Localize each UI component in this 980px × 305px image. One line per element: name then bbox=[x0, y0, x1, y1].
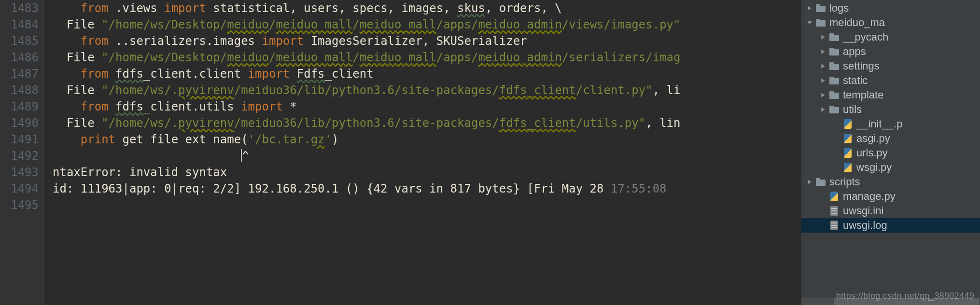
line-number-gutter: 1483148414851486148714881489149014911492… bbox=[0, 0, 43, 305]
chevron-down-icon[interactable] bbox=[806, 19, 813, 26]
folder-icon bbox=[816, 177, 826, 187]
svg-rect-13 bbox=[829, 91, 834, 94]
line-number: 1488 bbox=[0, 82, 39, 98]
code-line[interactable]: ntaxError: invalid syntax bbox=[53, 164, 801, 180]
python-file-icon bbox=[843, 119, 853, 129]
folder-icon bbox=[829, 90, 839, 100]
folder-icon bbox=[816, 18, 826, 28]
tree-file[interactable]: __init__.p bbox=[806, 117, 980, 131]
chevron-right-icon[interactable] bbox=[820, 92, 826, 98]
code-area[interactable]: from .views import statistical, users, s… bbox=[53, 0, 801, 305]
svg-rect-15 bbox=[829, 106, 834, 108]
line-number: 1491 bbox=[0, 131, 39, 148]
tree-item-label: static bbox=[843, 74, 868, 87]
tree-folder[interactable]: static bbox=[806, 73, 980, 88]
tree-folder[interactable]: template bbox=[806, 88, 980, 102]
chevron-right-icon[interactable] bbox=[820, 48, 826, 55]
code-line[interactable]: File "/home/ws/Desktop/meiduo/meiduo_mal… bbox=[53, 16, 801, 33]
folder-icon bbox=[829, 47, 839, 56]
gutter-separator bbox=[43, 0, 53, 305]
chevron-right-icon[interactable] bbox=[820, 77, 826, 84]
python-file-icon bbox=[843, 163, 853, 172]
line-number: 1493 bbox=[0, 164, 39, 180]
line-number: 1487 bbox=[0, 66, 39, 82]
svg-rect-7 bbox=[829, 48, 834, 50]
svg-rect-9 bbox=[829, 62, 834, 65]
project-tree[interactable]: logsmeiduo_ma__pycachappssettingsstatict… bbox=[801, 0, 980, 233]
text-file-icon bbox=[829, 206, 839, 216]
tree-item-label: asgi.py bbox=[856, 132, 890, 145]
tree-file[interactable]: manage.py bbox=[806, 189, 980, 204]
svg-rect-17 bbox=[816, 178, 820, 180]
tree-folder[interactable]: settings bbox=[806, 59, 980, 73]
code-line[interactable] bbox=[53, 197, 801, 213]
tree-item-label: wsgi.py bbox=[856, 161, 892, 174]
tree-folder[interactable]: __pycach bbox=[806, 30, 980, 44]
tree-item-label: meiduo_ma bbox=[829, 16, 885, 29]
line-number: 1490 bbox=[0, 115, 39, 131]
tree-file[interactable]: wsgi.py bbox=[806, 160, 980, 175]
line-number: 1483 bbox=[0, 0, 39, 16]
code-line[interactable]: from fdfs_client.client import Fdfs_clie… bbox=[53, 66, 801, 82]
tree-folder[interactable]: meiduo_ma bbox=[806, 15, 980, 30]
chevron-right-icon[interactable] bbox=[806, 179, 813, 185]
python-file-icon bbox=[843, 148, 853, 158]
project-tree-panel[interactable]: logsmeiduo_ma__pycachappssettingsstatict… bbox=[801, 0, 980, 305]
folder-icon bbox=[816, 3, 826, 13]
tree-item-label: __pycach bbox=[843, 31, 888, 43]
tree-file[interactable]: uwsgi.log bbox=[801, 218, 980, 233]
tree-file[interactable]: urls.py bbox=[806, 146, 980, 160]
tree-item-label: uwsgi.ini bbox=[843, 205, 883, 217]
code-line[interactable]: File "/home/ws/.pyvirenv/meiduo36/lib/py… bbox=[53, 82, 801, 98]
line-number: 1494 bbox=[0, 180, 39, 197]
tree-file[interactable]: uwsgi.ini bbox=[806, 204, 980, 218]
code-line[interactable]: ^ bbox=[53, 148, 801, 164]
line-number: 1484 bbox=[0, 16, 39, 33]
python-file-icon bbox=[843, 134, 853, 143]
chevron-right-icon[interactable] bbox=[820, 34, 826, 41]
folder-icon bbox=[829, 76, 839, 85]
folder-icon bbox=[829, 61, 839, 71]
tree-item-label: settings bbox=[843, 60, 880, 72]
tree-item-label: utils bbox=[843, 103, 862, 116]
code-line[interactable]: from ..serializers.images import ImagesS… bbox=[53, 33, 801, 49]
tree-item-label: urls.py bbox=[856, 147, 888, 159]
line-number: 1485 bbox=[0, 33, 39, 49]
chevron-right-icon[interactable] bbox=[820, 106, 826, 113]
ide-root: 1483148414851486148714881489149014911492… bbox=[0, 0, 980, 305]
tree-folder[interactable]: apps bbox=[806, 44, 980, 59]
tree-item-label: scripts bbox=[829, 176, 860, 188]
tree-folder[interactable]: logs bbox=[806, 1, 980, 15]
code-line[interactable]: print get_file_ext_name('/bc.tar.gz') bbox=[53, 131, 801, 148]
tree-item-label: uwsgi.log bbox=[843, 219, 887, 232]
watermark-text: https://blog.csdn.net/qq_38902449 bbox=[836, 291, 974, 301]
chevron-right-icon[interactable] bbox=[806, 5, 813, 12]
svg-rect-3 bbox=[816, 19, 820, 21]
python-file-icon bbox=[829, 192, 839, 201]
tree-file[interactable]: asgi.py bbox=[806, 131, 980, 146]
line-number: 1492 bbox=[0, 148, 39, 164]
text-file-icon bbox=[829, 221, 839, 230]
tree-item-label: apps bbox=[843, 45, 866, 58]
tree-item-label: __init__.p bbox=[856, 118, 902, 130]
folder-icon bbox=[829, 32, 839, 42]
chevron-right-icon[interactable] bbox=[820, 63, 826, 69]
code-line[interactable]: File "/home/ws/Desktop/meiduo/meiduo_mal… bbox=[53, 49, 801, 66]
tree-item-label: logs bbox=[829, 2, 849, 14]
folder-icon bbox=[829, 105, 839, 114]
line-number: 1495 bbox=[0, 197, 39, 213]
svg-rect-11 bbox=[829, 77, 834, 79]
line-number: 1486 bbox=[0, 49, 39, 66]
code-line[interactable]: File "/home/ws/.pyvirenv/meiduo36/lib/py… bbox=[53, 115, 801, 131]
code-line[interactable]: id: 111963|app: 0|req: 2/2] 192.168.250.… bbox=[53, 180, 801, 197]
code-line[interactable]: from fdfs_client.utils import * bbox=[53, 98, 801, 115]
line-number: 1489 bbox=[0, 98, 39, 115]
tree-item-label: template bbox=[843, 89, 883, 101]
code-line[interactable]: from .views import statistical, users, s… bbox=[53, 0, 801, 16]
tree-folder[interactable]: scripts bbox=[806, 175, 980, 189]
svg-rect-5 bbox=[829, 33, 834, 36]
svg-rect-1 bbox=[816, 4, 820, 7]
tree-folder[interactable]: utils bbox=[806, 102, 980, 117]
editor-pane[interactable]: 1483148414851486148714881489149014911492… bbox=[0, 0, 801, 305]
tree-item-label: manage.py bbox=[843, 190, 896, 203]
